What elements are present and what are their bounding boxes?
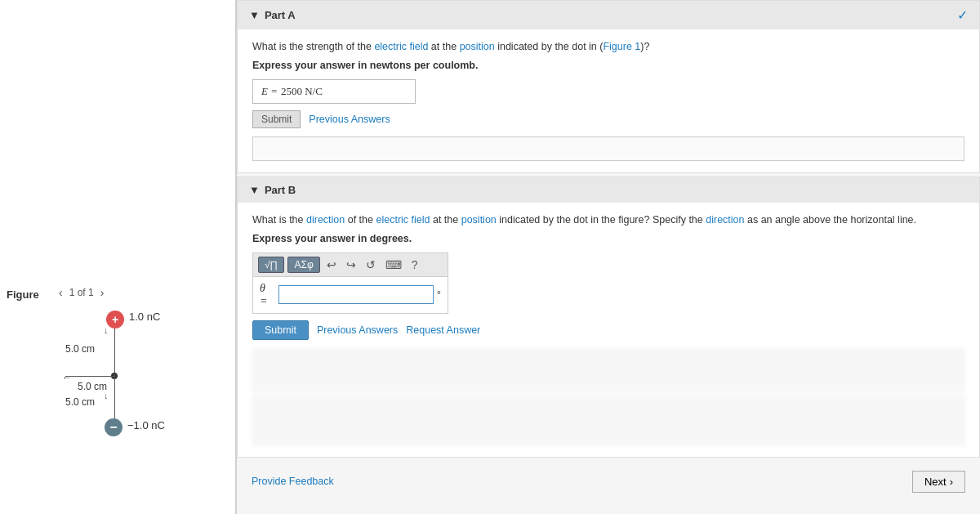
next-label: Next [924,476,947,488]
part-a-submit-button[interactable]: Submit [252,110,301,128]
part-a-triangle: ▼ [249,9,260,21]
toolbar-help-btn[interactable]: ? [408,257,421,273]
toolbar-redo-btn[interactable]: ↪ [343,257,359,273]
part-b-blurred-feedback [252,348,964,393]
theta-label: θ = [260,282,275,308]
part-a-answer-box: E = 2500 N/C [252,79,416,104]
arrow-left-indicator: ← [62,372,72,383]
figure-count: 1 of 1 [69,287,94,298]
part-a-section: ▼ Part A ✓ What is the strength of the e… [237,0,980,173]
part-b-title: Part B [265,184,296,196]
minus-charge-circle: − [105,418,122,436]
part-b-previous-answers-link[interactable]: Previous Answers [317,324,398,336]
minus-charge-label: −1.0 nC [127,419,165,431]
toolbar-sqrt-btn[interactable]: √∏ [258,257,284,273]
toolbar-sigma-btn[interactable]: ΑΣφ [287,257,319,273]
toolbar-undo-btn[interactable]: ↩ [323,257,340,273]
part-a-previous-answers-link[interactable]: Previous Answers [309,114,390,125]
figure-navigation[interactable]: ‹ 1 of 1 › [57,286,105,299]
next-button[interactable]: Next › [912,471,965,493]
part-a-submit-row: Submit Previous Answers [252,110,964,128]
dimension-label-left: 5.0 cm [65,343,95,355]
dimension-label-right: 5.0 cm [65,396,95,408]
arrow-top: ↓ [104,325,109,335]
part-a-feedback-area [252,136,964,161]
horizontal-line [65,376,114,377]
right-panel: ▼ Part A ✓ What is the strength of the e… [237,0,980,514]
part-b-triangle: ▼ [249,184,260,196]
toolbar-reset-btn[interactable]: ↺ [363,257,379,273]
figure-next-button[interactable]: › [99,286,106,299]
part-b-submit-row: Submit Previous Answers Request Answer [252,320,964,340]
part-a-header-left: ▼ Part A [249,9,296,21]
figure-prev-button[interactable]: ‹ [57,286,65,299]
arrow-bottom: ↓ [104,391,109,400]
plus-charge-symbol: + [112,313,118,326]
part-b-request-answer-link[interactable]: Request Answer [406,324,480,336]
degree-symbol: ° [437,288,441,301]
part-a-question: What is the strength of the electric fie… [252,39,964,55]
footer-area: Provide Feedback Next › [237,461,980,503]
theta-input[interactable] [278,285,434,304]
plus-charge-circle: + [106,311,124,329]
toolbar-keyboard-btn[interactable]: ⌨ [382,257,405,273]
part-b-header[interactable]: ▼ Part B [238,177,979,203]
part-b-question: What is the direction of the electric fi… [252,212,964,228]
figure-diagram: + 1.0 nC 5.0 cm ↓ ← 5.0 cm 5.0 cm ↓ [16,302,220,466]
part-b-blurred-extra [252,396,964,445]
part-b-submit-button[interactable]: Submit [252,320,309,340]
part-a-header[interactable]: ▼ Part A ✓ [238,1,979,29]
part-a-eq-label: E = [261,85,278,98]
dimension-label-bottom: 5.0 cm [78,381,107,392]
next-arrow: › [950,476,953,488]
provide-feedback-link[interactable]: Provide Feedback [252,476,334,487]
vertical-line-bottom [114,374,115,419]
part-b-header-left: ▼ Part B [249,184,296,196]
figure-panel: Figure ‹ 1 of 1 › + 1.0 nC 5.0 cm ↓ ← [0,0,237,514]
math-toolbar: √∏ ΑΣφ ↩ ↪ ↺ ⌨ ? [252,253,448,276]
part-a-express: Express your answer in newtons per coulo… [252,60,964,71]
pearson-footer: P Pearson [237,503,980,515]
part-a-checkmark: ✓ [957,7,968,23]
part-a-title: Part A [265,9,296,21]
part-a-body: What is the strength of the electric fie… [238,29,979,172]
part-b-express: Express your answer in degrees. [252,233,964,244]
plus-charge-label: 1.0 nC [129,311,160,323]
vertical-line-top [114,329,115,373]
part-a-answer-value: 2500 N/C [281,85,323,98]
minus-charge-symbol: − [109,420,117,435]
part-b-body: What is the direction of the electric fi… [238,203,979,457]
math-input-row: θ = ° [252,276,448,314]
part-b-section: ▼ Part B What is the direction of the el… [237,177,980,458]
figure-label: Figure [7,288,39,301]
